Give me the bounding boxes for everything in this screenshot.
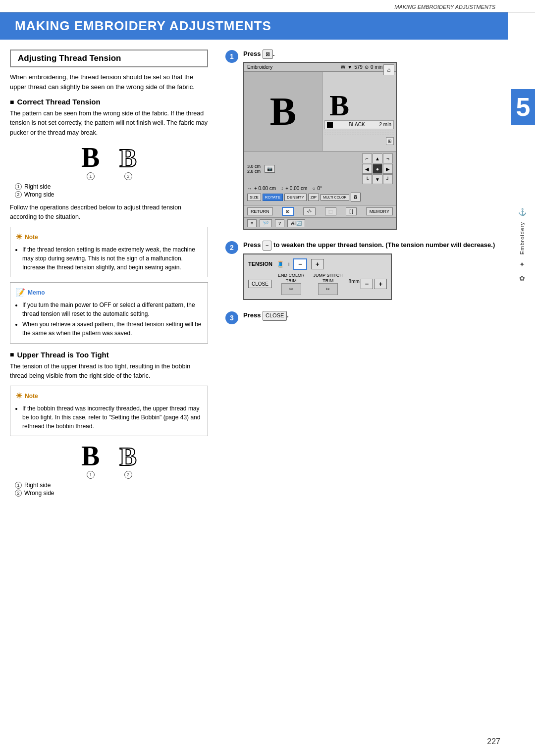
tension-minus-btn[interactable]: − bbox=[293, 258, 307, 270]
screen-time: 0 min bbox=[371, 64, 382, 70]
note-title-2: Note bbox=[25, 392, 38, 401]
dpad: ⌐ ▲ ¬ ◀ ● ▶ └ ▼ ┘ bbox=[362, 153, 393, 184]
screen-needle-icon: ▼ bbox=[347, 64, 352, 70]
note-item-1: If the thread tension setting is made ex… bbox=[22, 245, 203, 272]
tension-top: TENSION 🧵 i − + bbox=[248, 258, 387, 270]
note-box-2: ☀ Note If the bobbin thread was incorrec… bbox=[10, 386, 208, 436]
diagram-label-1 bbox=[81, 172, 100, 180]
btn-question[interactable]: ? bbox=[275, 219, 284, 227]
note-box-1: ☀ Note If the thread tension setting is … bbox=[10, 227, 208, 277]
btn-return[interactable]: RETURN bbox=[247, 207, 273, 215]
diagram-label-2 bbox=[119, 172, 137, 180]
btn-rotate[interactable]: ROTATE bbox=[263, 194, 283, 201]
angle: 0° bbox=[317, 186, 322, 191]
end-color-trim-btn[interactable]: ✂ bbox=[281, 283, 301, 295]
step-3-circle: 3 bbox=[225, 311, 238, 324]
pos-y: + 0.00 cm bbox=[285, 186, 307, 191]
color-time: 2 min bbox=[379, 122, 391, 128]
correct-tension-diagram: B B bbox=[10, 144, 208, 180]
diagram-captions-2: 1Right side 2Wrong side bbox=[10, 482, 208, 497]
step-1-text: Press ⊠. bbox=[243, 50, 500, 59]
dpad-right[interactable]: ▶ bbox=[383, 164, 393, 174]
pm-plus[interactable]: + bbox=[374, 279, 387, 289]
tension-bottom: CLOSE END COLOR TRIM ✂ JUMP STITCH TRIM … bbox=[248, 273, 387, 296]
btn-minus-plus[interactable]: -/+ bbox=[303, 207, 316, 215]
subsection-upper-thread: Upper Thread is Too Tight bbox=[10, 351, 208, 359]
dpad-upleft[interactable]: ⌐ bbox=[362, 153, 372, 163]
dpad-downright[interactable]: ┘ bbox=[383, 174, 393, 184]
note-title-1: Note bbox=[25, 233, 38, 242]
tension-plus-btn[interactable]: + bbox=[311, 259, 324, 269]
btn-multicolor[interactable]: MULTI COLOR bbox=[321, 194, 349, 201]
section-heading: Adjusting Thread Tension bbox=[10, 50, 208, 67]
size-display: 3.0 cm 2.8 cm bbox=[247, 164, 261, 175]
dpad-center[interactable]: ● bbox=[373, 164, 382, 174]
btn-8[interactable]: 8 bbox=[351, 193, 361, 202]
btn-thread-tension[interactable]: ⊠ bbox=[282, 207, 294, 216]
step-3-row: 3 Press CLOSE. bbox=[225, 311, 500, 324]
screen-bottom-bar: RETURN ⊠ -/+ ⬚ [ ] MEMORY bbox=[244, 205, 396, 217]
page-header: MAKING EMBROIDERY ADJUSTMENTS bbox=[0, 0, 535, 12]
step-3-text: Press CLOSE. bbox=[243, 311, 500, 320]
screen-controls: 3.0 cm 2.8 cm 📷 ⌐ ▲ ¬ ◀ ● ▶ bbox=[244, 151, 396, 205]
pos-icon: ↔ bbox=[247, 186, 252, 191]
step-2-row: 2 Press − to weaken the upper thread ten… bbox=[225, 241, 500, 304]
screen-sidebar: B BLACK 2 min ⊞ bbox=[322, 72, 396, 151]
dpad-upright[interactable]: ¬ bbox=[383, 153, 393, 163]
letter-b-outline: B bbox=[119, 146, 137, 171]
step3-close-key[interactable]: CLOSE bbox=[263, 311, 287, 320]
dpad-up[interactable]: ▲ bbox=[373, 153, 382, 163]
ctrl-camera[interactable]: 📷 bbox=[265, 165, 275, 173]
btn-density[interactable]: DENSITY bbox=[284, 194, 307, 201]
angle-icon: ○ bbox=[312, 186, 315, 191]
memo-item-2: When you retrieve a saved pattern, the t… bbox=[22, 320, 203, 338]
mm-label: 8mm bbox=[349, 279, 360, 289]
note-icon-1: ☀ bbox=[15, 231, 22, 243]
dpad-left[interactable]: ◀ bbox=[362, 164, 372, 174]
function-buttons-row: SIZE ROTATE DENSITY ZIP MULTI COLOR 8 bbox=[247, 193, 393, 202]
sidebar-b: B bbox=[324, 89, 394, 120]
screen-timer-icon: ⊙ bbox=[365, 64, 369, 70]
step2-minus-key[interactable]: − bbox=[263, 241, 271, 250]
btn-select-frame[interactable]: [ ] bbox=[346, 207, 357, 215]
jump-stitch-trim-btn[interactable]: ✂ bbox=[318, 283, 338, 295]
main-title: MAKING EMBROIDERY ADJUSTMENTS bbox=[0, 12, 508, 40]
tension-screen: TENSION 🧵 i − + CLOSE END COLOR TRIM ✂ bbox=[243, 253, 392, 301]
dpad-down[interactable]: ▼ bbox=[373, 174, 382, 184]
note-item-2: If the bobbin thread was incorrectly thr… bbox=[22, 404, 203, 431]
step-1-circle: 1 bbox=[225, 50, 238, 63]
upper-thread-body: The tension of the upper thread is too t… bbox=[10, 362, 208, 381]
pm-minus[interactable]: − bbox=[361, 279, 374, 289]
preview-b: B bbox=[270, 89, 296, 134]
screen-icon-btn[interactable]: ⊞ bbox=[386, 137, 394, 145]
embroidery-screen: Embroidery W ▼ 579 ⊙ 0 min ─ 1 ⌂ bbox=[243, 62, 397, 230]
settings-icon: ✦ bbox=[519, 260, 525, 268]
intro-text: When embroidering, the thread tension sh… bbox=[10, 72, 208, 92]
step-2-text: Press − to weaken the upper thread tensi… bbox=[243, 241, 500, 250]
step1-key[interactable]: ⊠ bbox=[263, 50, 273, 59]
note-icon-2: ☀ bbox=[15, 390, 22, 402]
pos-y-icon: ↕ bbox=[281, 186, 283, 191]
step-1-row: 1 Press ⊠. Embroidery W ▼ 579 ⊙ 0 min bbox=[225, 50, 500, 234]
btn-info[interactable]: 🖨i🔄 bbox=[287, 219, 305, 227]
end-color-trim-label: END COLOR TRIM bbox=[275, 273, 308, 284]
tension-close-button[interactable]: CLOSE bbox=[248, 280, 272, 288]
page-number: 227 bbox=[487, 737, 500, 746]
dpad-downleft[interactable]: └ bbox=[362, 174, 372, 184]
btn-spool[interactable]: 🪡 bbox=[260, 219, 272, 227]
position-row: ↔ + 0.00 cm ↕ + 0.00 cm ○ 0° bbox=[247, 186, 393, 191]
btn-zip[interactable]: ZIP bbox=[308, 194, 319, 201]
screen-preview: B bbox=[244, 72, 322, 151]
diagram-captions-1: 1Right side 2Wrong side bbox=[10, 183, 208, 198]
anchor-icon: ⚓ bbox=[518, 208, 527, 216]
embroidery-side-label: Embroidery bbox=[519, 222, 525, 254]
btn-frame[interactable]: ⬚ bbox=[325, 207, 336, 215]
btn-size[interactable]: SIZE bbox=[247, 194, 261, 201]
btn-list[interactable]: ≡ bbox=[247, 219, 257, 227]
screen-color-row: BLACK 2 min bbox=[324, 120, 394, 129]
tension-label: TENSION bbox=[248, 261, 272, 267]
jump-stitch-trim-label: JUMP STITCH TRIM bbox=[311, 273, 346, 284]
screen-topbar: Embroidery W ▼ 579 ⊙ 0 min ─ 1 ⌂ bbox=[244, 63, 396, 72]
screen-w-label: W bbox=[341, 64, 345, 70]
btn-memory[interactable]: MEMORY bbox=[366, 207, 393, 215]
